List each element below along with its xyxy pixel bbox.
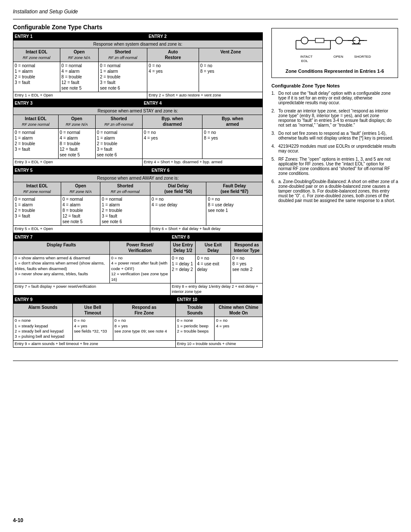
e6-val1: 0 = no4 = use delay	[150, 196, 206, 226]
note-2: 2. To create an interior type zone, sele…	[271, 109, 398, 128]
left-column: Configurable Zone Type Charts ENTRY 1 EN…	[13, 24, 263, 348]
e5-col1-header: Intact EOLRF zone normal	[13, 182, 61, 196]
e5-col2-header: OpenRF zone N/A	[61, 182, 100, 196]
e6-col2-header: Fault Delay(see field *87)	[206, 182, 263, 196]
e9-col3-header: Respond asFire Zone	[113, 304, 175, 317]
right-column: INTACT EOL OPEN SHORTED Zone Conditions …	[271, 24, 398, 348]
e2-col2-header: Vent Zone	[199, 48, 262, 62]
e8-val1: 0 = no1 = delay 12 = delay 2	[170, 255, 196, 283]
svg-point-10	[336, 37, 342, 44]
note-4: 4. 4219/4229 modules must use EOLRs or u…	[271, 144, 398, 153]
note-6: 6. a. Zone-Doubling/Double-Balanced: A s…	[271, 179, 398, 203]
e9-summary: Entry 9 = alarm sounds + bell timeout + …	[13, 340, 176, 348]
e1-col1-header: Intact EOLRF zone normal	[13, 48, 60, 62]
svg-text:OPEN: OPEN	[333, 55, 343, 59]
e9-val2: 0 = no4 = yessee fields *32, *33	[72, 317, 113, 340]
e10-summary: Entry 10 = trouble sounds + chime	[175, 340, 262, 348]
entry3-header: ENTRY 3	[13, 100, 143, 107]
entry6-header: ENTRY 6	[150, 166, 262, 174]
e5-val1: 0 = normal1 = alarm2 = trouble3 = fault	[13, 196, 61, 226]
zone-diagram-svg: INTACT EOL OPEN SHORTED	[292, 32, 378, 66]
svg-text:EOL: EOL	[301, 59, 308, 63]
e3-col2-header: OpenRF zone N/A	[58, 115, 95, 129]
e2-col1-header: AutoRestore	[147, 48, 199, 62]
entry7-header: ENTRY 7	[13, 233, 171, 241]
e8-val3: 0 = no8 = yessee note 2	[231, 255, 263, 283]
e10-col2-header: Chime when ChimeMode On	[215, 304, 263, 317]
e6-summary: Entry 6 = Short + dial delay + fault del…	[150, 226, 262, 233]
note-1: 1. Do not use the “fault delay” option w…	[271, 91, 398, 105]
e1-col2-header: OpenRF zone N/A	[60, 48, 98, 62]
e8-col3-header: Respond asInterior Type	[231, 241, 263, 255]
entry1-subtitle: Response when system disarmed and zone i…	[13, 40, 263, 48]
entry3-subtitle: Response when armed STAY and zone is:	[13, 107, 263, 115]
e4-val1: 0 = no4 = yes	[142, 129, 202, 159]
e4-val2: 0 = no8 = yes	[202, 129, 263, 159]
e1-val3: 0 = normal1 = alarm2 = trouble3 = faults…	[98, 62, 147, 92]
svg-text:SHORTED: SHORTED	[354, 55, 371, 59]
zone-diagram-title: Zone Conditions Represented in Entries 1…	[275, 68, 394, 74]
entry5-6-table: ENTRY 5 ENTRY 6 Response when armed AWAY…	[13, 166, 263, 233]
entry3-4-table: ENTRY 3 ENTRY 4 Response when armed STAY…	[13, 99, 263, 166]
e3-val2: 0 = normal4 = alarm8 = trouble12 = fault…	[58, 129, 95, 159]
e3-val3: 0 = normal1 = alarm2 = trouble3 = faults…	[95, 129, 142, 159]
e3-summary: Entry 3 = EOL + Open	[13, 159, 143, 166]
svg-point-0	[301, 37, 308, 44]
notes-title: Configurable Zone Type Notes	[271, 83, 398, 88]
e1-summary: Entry 1 = EOL + Open	[13, 92, 147, 99]
page-header: Installation and Setup Guide	[13, 9, 398, 15]
entry9-header: ENTRY 9	[13, 296, 176, 304]
e4-col1-header: Byp. whendisarmed	[142, 115, 202, 129]
e5-summary: Entry 5 = EOL + Open	[13, 226, 150, 233]
e6-val2: 0 = no8 = use delaysee note 1	[206, 196, 263, 226]
entry8-header: ENTRY 8	[170, 233, 262, 241]
entry1-2-table: ENTRY 1 ENTRY 2 Response when system dis…	[13, 32, 263, 99]
entry5-subtitle: Response when armed AWAY and zone is:	[13, 174, 263, 182]
e1-val1: 0 = normal1 = alarm2 = trouble3 = fault	[13, 62, 60, 92]
section-title: Configurable Zone Type Charts	[13, 24, 263, 31]
entry7-8-table: ENTRY 7 ENTRY 8 Display Faults Power Res…	[13, 233, 263, 296]
e7-val2: 0 = no4 = power reset after fault (with …	[109, 255, 170, 283]
e9-val3: 0 = no8 = yessee zone type 09; see note …	[113, 317, 175, 340]
e3-col3-header: ShortedRF zn off-normal	[95, 115, 142, 129]
e5-val2: 0 = normal4 = alarm8 = trouble12 = fault…	[61, 196, 100, 226]
e3-val1: 0 = normal1 = alarm2 = trouble3 = fault	[13, 129, 59, 159]
e7-summary: Entry 7 = fault display + power reset/ve…	[13, 283, 171, 295]
note-3: 3. Do not set fire zones to respond as a…	[271, 131, 398, 140]
entry10-header: ENTRY 10	[175, 296, 262, 304]
e1-col3-header: ShortedRF zn off-normal	[98, 48, 147, 62]
entry1-header: ENTRY 1	[13, 33, 147, 40]
e10-val2: 0 = no4 = yes	[215, 317, 263, 340]
page-footer: 4-10	[13, 517, 23, 523]
e2-val1: 0 = no4 = yes	[147, 62, 199, 92]
svg-text:INTACT: INTACT	[300, 55, 312, 59]
e3-col1-header: Intact EOLRF zone normal	[13, 115, 59, 129]
e8-col1-header: Use EntryDelay 1/2	[170, 241, 196, 255]
e2-val2: 0 = no8 = yes	[199, 62, 262, 92]
e6-col1-header: Dial Delay(see field *50)	[150, 182, 206, 196]
entry5-header: ENTRY 5	[13, 166, 150, 174]
e7-val1: 0 = show alarms when armed & disarmed1 =…	[13, 255, 110, 283]
entry4-header: ENTRY 4	[142, 100, 262, 107]
e4-summary: Entry 4 = Short + byp. disarmed + byp. a…	[142, 159, 262, 166]
note-5: 5. RF Zones: The “open” options in entri…	[271, 157, 398, 176]
e8-val2: 0 = no4 = use exit delay	[196, 255, 231, 283]
e9-val1: 0 = none1 = steady keypad2 = steady bell…	[13, 317, 73, 340]
e10-col1-header: TroubleSounds	[175, 304, 215, 317]
entry2-header: ENTRY 2	[147, 33, 263, 40]
entry9-10-table: ENTRY 9 ENTRY 10 Alarm Sounds Use BellTi…	[13, 296, 263, 348]
e8-col2-header: Use ExitDelay	[196, 241, 231, 255]
e8-summary: Entry 8 = entry delay 1/entry delay 2 + …	[170, 283, 262, 295]
e5-val3: 0 = normal1 = alarm2 = trouble3 = faults…	[100, 196, 150, 226]
e9-col1-header: Alarm Sounds	[13, 304, 73, 317]
e7-col2-header: Power Reset/Verification	[109, 241, 170, 255]
zone-diagram: INTACT EOL OPEN SHORTED Zone Conditions …	[271, 28, 398, 78]
e1-val2: 0 = normal4 = alarm8 = trouble12 = fault…	[60, 62, 98, 92]
e7-col1-header: Display Faults	[13, 241, 110, 255]
e2-summary: Entry 2 = Short + auto restore + vent zo…	[147, 92, 263, 99]
e4-col2-header: Byp. whenarmed	[202, 115, 263, 129]
svg-rect-3	[315, 38, 324, 43]
e5-col3-header: ShortedRF zn off-normal	[100, 182, 150, 196]
e9-col2-header: Use BellTimeout	[72, 304, 113, 317]
e10-val1: 0 = none1 = periodic beep2 = trouble bee…	[175, 317, 215, 340]
